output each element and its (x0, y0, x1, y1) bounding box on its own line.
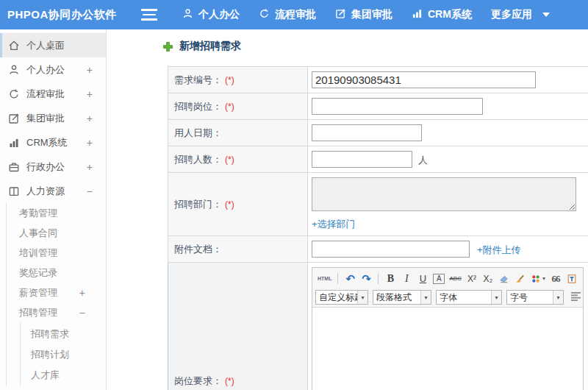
chart-icon (8, 137, 20, 149)
rich-text-editor: HTML ↶ ↷ B I U A ABC X² X₂ ▾ (312, 267, 584, 390)
sidebar-item-personnel-contract[interactable]: 人事合同 (7, 223, 106, 243)
expand-icon[interactable]: + (87, 88, 93, 100)
form-row-position: 招聘岗位：(*) (168, 93, 588, 120)
font-family-dropdown[interactable]: 字体▾ (436, 290, 502, 305)
nav-crm-system[interactable]: CRM系统 (412, 8, 472, 21)
blockquote-button[interactable]: 66 (550, 272, 562, 286)
form-row-department: 招聘部门：(*) +选择部门 (168, 173, 588, 236)
italic-button[interactable]: I (401, 272, 412, 286)
required-marker: (*) (225, 102, 234, 112)
required-marker: (*) (225, 376, 234, 386)
select-department-link[interactable]: +选择部门 (312, 219, 356, 230)
flow-icon (259, 8, 275, 21)
sidebar-item-label: 人力资源 (26, 185, 65, 198)
expand-icon[interactable]: + (87, 137, 93, 149)
editor-toolbar-row2: 自定义标题▾ 段落格式▾ 字体▾ 字号▾ (312, 288, 583, 307)
top-navigation: 个人办公 流程审批 集团审批 CRM系统 更多应用 (182, 8, 569, 21)
sidebar-item-admin-office[interactable]: 行政办公 + (0, 155, 106, 179)
dropdown-value: 字号 (507, 291, 553, 304)
sidebar-item-recruitment-demand[interactable]: 招聘需求 (21, 324, 106, 344)
sidebar-item-recruitment-management[interactable]: 招聘管理 − (7, 302, 106, 322)
required-marker: (*) (225, 199, 234, 210)
underline-button[interactable]: U (417, 272, 429, 286)
sidebar-item-label: 人事合同 (19, 227, 57, 240)
color-palette-icon[interactable]: ▾ (531, 272, 545, 286)
undo-icon[interactable]: ↶ (344, 272, 356, 286)
toolbar-separator (378, 273, 379, 284)
collapse-icon[interactable]: − (79, 307, 85, 319)
department-textarea[interactable] (312, 177, 576, 211)
dropdown-value: 段落格式 (373, 291, 420, 304)
text-style-button[interactable]: A (433, 274, 445, 284)
sidebar-item-personal-desktop[interactable]: 个人桌面 (0, 33, 106, 57)
nav-label: CRM系统 (428, 8, 472, 21)
editor-toolbar-row1: HTML ↶ ↷ B I U A ABC X² X₂ ▾ (312, 268, 583, 288)
sidebar-item-recruitment-plan[interactable]: 招聘计划 (21, 344, 106, 365)
sidebar-item-label: 人才库 (31, 369, 60, 382)
nav-workflow-approval[interactable]: 流程审批 (259, 8, 316, 21)
caret-down-icon: ▾ (553, 291, 563, 304)
app-logo: PHPOA协同办公软件 (0, 8, 141, 22)
sidebar-item-workflow-approval[interactable]: 流程审批 + (0, 82, 106, 106)
chart-icon (412, 8, 428, 21)
nav-group-approval[interactable]: 集团审批 (335, 8, 392, 21)
superscript-button[interactable]: X² (466, 272, 478, 286)
sidebar-item-salary-management[interactable]: 薪资管理 + (7, 283, 106, 302)
field-label: 岗位要求： (174, 375, 222, 386)
eraser-icon[interactable] (498, 272, 510, 286)
paragraph-format-dropdown[interactable]: 段落格式▾ (373, 290, 431, 305)
page-title: 新增招聘需求 (162, 40, 241, 53)
expand-icon[interactable]: + (79, 287, 85, 299)
expand-icon[interactable]: + (87, 113, 93, 124)
headcount-input[interactable] (312, 151, 412, 168)
sidebar: 个人桌面 个人办公 + 流程审批 + 集团审批 + CRM系统 + 行政办公 +… (0, 29, 107, 390)
redo-icon[interactable]: ↷ (360, 272, 372, 286)
sidebar-item-human-resources[interactable]: 人力资源 − (0, 179, 106, 203)
demand-number-input[interactable] (312, 71, 536, 88)
sidebar-item-label: 个人桌面 (26, 39, 65, 52)
editor-content-area[interactable] (312, 307, 583, 390)
sidebar-item-label: CRM系统 (26, 136, 68, 149)
caret-down-icon: ▾ (491, 291, 501, 304)
collapse-icon[interactable]: − (87, 185, 93, 197)
headcount-unit: 人 (418, 155, 428, 166)
subscript-button[interactable]: X₂ (482, 272, 494, 286)
main-content: 新增招聘需求 需求编号：(*) 招聘岗位：(*) 用人日期： (107, 29, 588, 390)
field-label: 附件文档： (174, 244, 222, 255)
home-icon (8, 40, 20, 52)
bold-button[interactable]: B (384, 272, 396, 286)
sidebar-item-personal-office[interactable]: 个人办公 + (0, 57, 106, 82)
sidebar-item-crm-system[interactable]: CRM系统 + (0, 130, 106, 155)
nav-personal-office[interactable]: 个人办公 (182, 8, 240, 21)
nav-label: 集团审批 (351, 8, 392, 21)
sidebar-item-label: 薪资管理 (19, 286, 57, 299)
hire-date-input[interactable] (312, 124, 422, 141)
expand-icon[interactable]: + (87, 64, 93, 76)
sidebar-item-label: 招聘计划 (31, 348, 69, 361)
nav-label: 个人办公 (198, 8, 240, 21)
custom-title-dropdown[interactable]: 自定义标题▾ (315, 290, 368, 305)
sidebar-item-group-approval[interactable]: 集团审批 + (0, 106, 106, 130)
expand-icon[interactable]: + (87, 161, 93, 173)
edit-icon (335, 8, 351, 21)
strikethrough-button[interactable]: ABC (449, 272, 461, 286)
html-source-button[interactable]: HTML (318, 272, 331, 286)
sidebar-item-talent-pool[interactable]: 人才库 (21, 365, 106, 386)
paste-format-icon[interactable] (566, 272, 578, 286)
nav-more-apps[interactable]: 更多应用 (491, 8, 550, 21)
sidebar-item-reward-punishment[interactable]: 奖惩记录 (7, 263, 106, 283)
position-input[interactable] (312, 98, 483, 115)
attachment-input[interactable] (312, 241, 470, 258)
dropdown-value: 自定义标题 (316, 291, 357, 304)
sidebar-item-attendance-management[interactable]: 考勤管理 (7, 203, 106, 223)
form-row-hire-date: 用人日期： (168, 120, 588, 146)
sidebar-item-label: 个人办公 (26, 63, 65, 77)
format-brush-icon[interactable] (514, 272, 526, 286)
attachment-upload-link[interactable]: +附件上传 (477, 244, 521, 255)
font-size-dropdown[interactable]: 字号▾ (506, 290, 564, 305)
flow-icon (8, 88, 20, 100)
hamburger-menu-icon[interactable] (141, 9, 157, 21)
book-icon (8, 185, 20, 197)
sidebar-item-training-management[interactable]: 培训管理 (7, 243, 106, 263)
align-left-icon[interactable] (570, 291, 581, 304)
